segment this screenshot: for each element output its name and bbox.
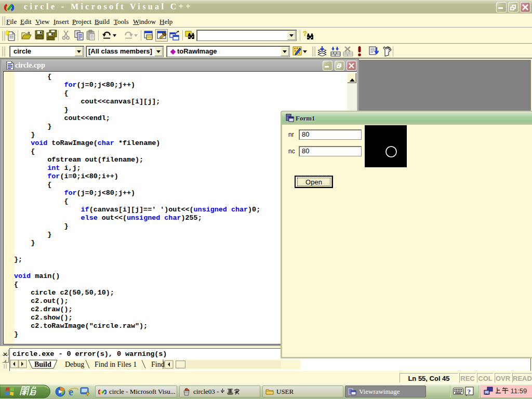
svg-text:e: e [69, 386, 73, 397]
svg-text:?: ? [303, 30, 307, 37]
svg-text:Find: Find [151, 361, 165, 368]
svg-text:Debug: Debug [65, 361, 84, 368]
svg-text:?: ? [468, 388, 471, 395]
svg-text:Find in Files 1: Find in Files 1 [95, 361, 137, 368]
svg-text:Build: Build [34, 361, 51, 368]
